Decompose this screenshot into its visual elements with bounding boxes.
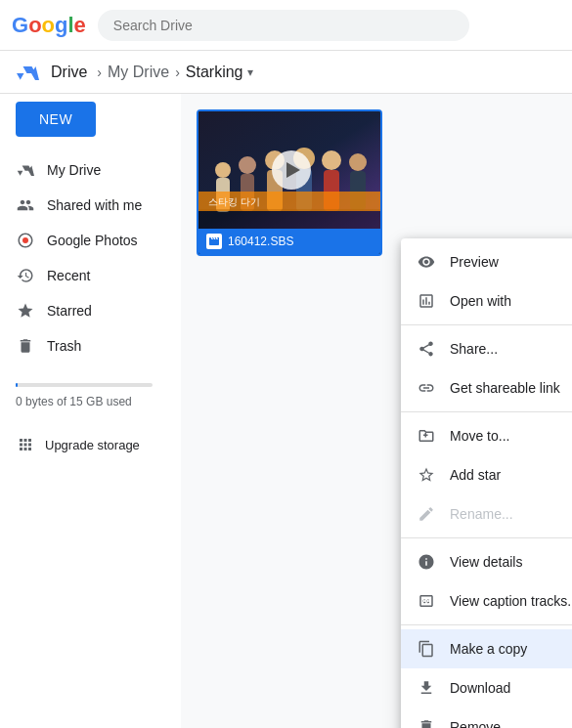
- star-icon: [417, 465, 436, 485]
- sidebar-item-photos[interactable]: Google Photos: [0, 223, 173, 258]
- move-to-icon: [417, 426, 436, 446]
- sidebar-item-starred[interactable]: Starred: [0, 293, 173, 328]
- sidebar-item-my-drive[interactable]: My Drive: [0, 152, 173, 188]
- search-bar[interactable]: [98, 10, 469, 41]
- sidebar-item-shared[interactable]: Shared with me: [0, 188, 173, 223]
- breadcrumb-current: Starking ▾: [186, 64, 253, 81]
- view-details-label: View details: [450, 554, 522, 570]
- file-type-icon: [206, 234, 222, 249]
- svg-point-10: [322, 150, 341, 170]
- add-star-label: Add star: [450, 467, 501, 483]
- storage-bar-fill: [16, 383, 18, 387]
- upgrade-label: Upgrade storage: [45, 438, 140, 452]
- storage-bar-bg: [16, 383, 153, 387]
- storage-section: 0 bytes of 15 GB used: [0, 371, 181, 420]
- share-icon: [417, 339, 436, 359]
- preview-icon: [417, 252, 436, 272]
- rename-icon: [417, 504, 436, 524]
- menu-item-open-with[interactable]: Open with ›: [401, 281, 572, 321]
- search-input[interactable]: [113, 18, 454, 33]
- breadcrumb: › My Drive › Starking ▾: [91, 64, 252, 81]
- sidebar-label-shared: Shared with me: [47, 197, 142, 213]
- menu-item-rename: Rename...: [401, 494, 572, 534]
- breadcrumb-sep2: ›: [175, 64, 180, 80]
- photos-icon: [16, 231, 35, 250]
- thumbnail-image: 스타킹 다기: [198, 111, 382, 229]
- remove-icon: [417, 717, 436, 728]
- menu-item-get-link[interactable]: Get shareable link: [401, 368, 572, 407]
- svg-point-2: [215, 162, 231, 178]
- svg-point-0: [22, 237, 28, 243]
- sidebar-item-recent[interactable]: Recent: [0, 258, 173, 293]
- sidebar-label-starred: Starred: [47, 303, 92, 319]
- move-to-label: Move to...: [450, 428, 509, 444]
- file-label: 160412.SBS: [198, 229, 380, 254]
- svg-text:스타킹 다기: 스타킹 다기: [208, 196, 260, 207]
- menu-divider-4: [401, 624, 572, 625]
- chevron-down-icon[interactable]: ▾: [247, 65, 253, 79]
- menu-item-add-star[interactable]: Add star: [401, 455, 572, 494]
- download-label: Download: [450, 680, 510, 696]
- file-name: 160412.SBS: [228, 235, 293, 248]
- svg-point-4: [239, 156, 256, 174]
- menu-item-move-to[interactable]: Move to...: [401, 416, 572, 455]
- storage-text: 0 bytes of 15 GB used: [16, 395, 165, 408]
- upgrade-storage-button[interactable]: Upgrade storage: [0, 430, 181, 459]
- logo-o2: o: [42, 13, 55, 38]
- menu-item-remove[interactable]: Remove: [401, 707, 572, 728]
- drive-icon-header: [16, 61, 39, 84]
- logo-g2: g: [55, 13, 67, 38]
- copy-icon: [417, 639, 436, 659]
- caption-icon: [417, 591, 436, 611]
- sidebar-item-trash[interactable]: Trash: [0, 328, 173, 364]
- header: Google: [0, 0, 572, 51]
- download-icon: [417, 678, 436, 698]
- menu-item-make-copy[interactable]: Make a copy ☞: [401, 629, 572, 668]
- sub-header: Drive › My Drive › Starking ▾: [0, 51, 572, 94]
- context-menu: Preview Open with ›: [401, 238, 572, 728]
- sidebar-label-recent: Recent: [47, 268, 90, 283]
- get-link-label: Get shareable link: [450, 380, 560, 396]
- main-content: 스타킹 다기 160412.SBS: [181, 94, 572, 728]
- layout: NEW My Drive Shared with me: [0, 94, 572, 728]
- rename-label: Rename...: [450, 506, 513, 522]
- menu-item-preview[interactable]: Preview: [401, 242, 572, 281]
- logo-o1: o: [28, 13, 41, 38]
- sidebar-label-trash: Trash: [47, 338, 81, 354]
- open-with-label: Open with: [450, 293, 511, 309]
- breadcrumb-sep1: ›: [97, 64, 102, 80]
- caption-tracks-label: View caption tracks...: [450, 593, 572, 609]
- my-drive-icon: [16, 160, 35, 180]
- google-logo: Google: [12, 13, 86, 38]
- trash-icon: [16, 336, 35, 356]
- open-with-icon: [417, 291, 436, 311]
- drive-label: Drive: [51, 64, 87, 81]
- breadcrumb-parent[interactable]: My Drive: [108, 64, 169, 81]
- menu-item-view-details[interactable]: View details: [401, 542, 572, 581]
- menu-divider-3: [401, 537, 572, 538]
- menu-item-share[interactable]: Share...: [401, 329, 572, 368]
- logo-g: G: [12, 13, 28, 38]
- make-copy-label: Make a copy: [450, 641, 527, 657]
- share-label: Share...: [450, 341, 498, 357]
- svg-point-12: [349, 153, 367, 171]
- upgrade-icon: [16, 436, 35, 453]
- logo-e: e: [74, 13, 86, 38]
- menu-divider-1: [401, 324, 572, 325]
- file-thumbnail[interactable]: 스타킹 다기 160412.SBS: [197, 109, 382, 256]
- info-icon: [417, 552, 436, 572]
- preview-label: Preview: [450, 254, 499, 270]
- sidebar-label-my-drive: My Drive: [47, 162, 101, 178]
- starred-icon: [16, 301, 35, 321]
- link-icon: [417, 378, 436, 398]
- play-button[interactable]: [272, 150, 311, 190]
- menu-item-caption-tracks[interactable]: View caption tracks...: [401, 581, 572, 621]
- remove-label: Remove: [450, 719, 501, 728]
- menu-divider-2: [401, 411, 572, 412]
- new-button[interactable]: NEW: [16, 102, 96, 137]
- shared-icon: [16, 195, 35, 215]
- sidebar: NEW My Drive Shared with me: [0, 94, 181, 728]
- sidebar-label-photos: Google Photos: [47, 233, 138, 248]
- menu-item-download[interactable]: Download: [401, 668, 572, 707]
- recent-icon: [16, 266, 35, 285]
